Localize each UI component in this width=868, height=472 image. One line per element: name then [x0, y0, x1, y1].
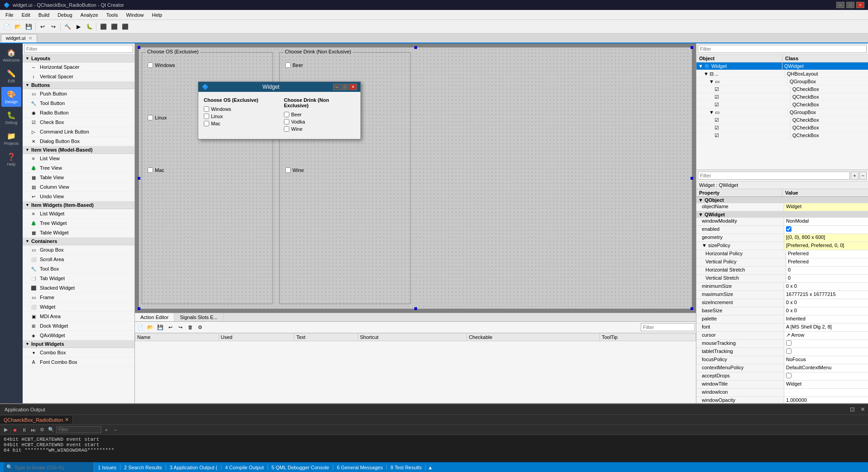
prop-value-acceptdrops[interactable]: [784, 372, 868, 380]
prop-value-vstretch[interactable]: 0: [786, 275, 868, 282]
dialog-checkbox-mac-input[interactable]: [204, 121, 209, 126]
widget-item-push-button[interactable]: ▭ Push Button: [23, 89, 134, 99]
dialog-checkbox-vodka-input[interactable]: [284, 119, 289, 124]
action-redo-btn[interactable]: ↪: [176, 323, 185, 332]
output-remove-btn[interactable]: −: [111, 426, 120, 434]
output-play-btn[interactable]: ▶: [2, 426, 10, 434]
design-canvas[interactable]: Choose OS (Exclusive) Windows Linux: [135, 43, 696, 313]
prop-group-qobject[interactable]: ▼ QObject: [696, 197, 868, 203]
action-settings-btn[interactable]: ⚙: [196, 323, 205, 332]
action-filter-input[interactable]: [641, 323, 695, 331]
action-delete-btn[interactable]: 🗑: [186, 323, 195, 332]
prop-value-palette[interactable]: Inherited: [784, 315, 868, 323]
widget-item-command-link[interactable]: ▷ Command Link Button: [23, 127, 134, 137]
menu-window[interactable]: Window: [122, 11, 147, 19]
obj-row-checkbox2[interactable]: ☑ QCheckBox: [696, 93, 868, 101]
prop-value-geometry[interactable]: [(0, 0), 800 x 600]: [784, 234, 868, 242]
status-general-messages[interactable]: 6 General Messages: [333, 465, 387, 470]
prop-value-windowopacity[interactable]: 1.000000: [784, 397, 868, 403]
section-item-views[interactable]: ▼ Item Views (Model-Based): [23, 146, 134, 154]
output-close-icon[interactable]: ✕: [858, 406, 868, 413]
checkbox-wine[interactable]: Wine: [284, 167, 406, 174]
section-input-widgets[interactable]: ▼ Input Widgets: [23, 340, 134, 348]
widget-item-scroll-area[interactable]: ⬜ Scroll Area: [23, 255, 134, 264]
obj-row-checkbox1[interactable]: ☑ QCheckBox: [696, 86, 868, 93]
status-search-input[interactable]: [14, 465, 82, 470]
toolbar-save[interactable]: 💾: [24, 22, 34, 32]
dialog-checkbox-wine[interactable]: Wine: [284, 126, 355, 132]
widget-item-mdi-area[interactable]: ▣ MDI Area: [23, 312, 134, 321]
prop-add-button[interactable]: +: [851, 172, 858, 180]
checkbox-beer-input[interactable]: [285, 62, 291, 68]
prop-value-objectname[interactable]: Widget: [784, 203, 868, 211]
dialog-checkbox-beer-input[interactable]: [284, 112, 289, 117]
action-editor-tab[interactable]: Action Editor: [135, 313, 174, 321]
obj-row-checkbox4[interactable]: ☑ QCheckBox: [696, 116, 868, 124]
output-add-btn[interactable]: +: [102, 426, 110, 434]
prop-value-sizepolicy[interactable]: [Preferred, Preferred, 0, 0]: [784, 242, 868, 250]
widget-item-stacked-widget[interactable]: ⬛ Stacked Widget: [23, 283, 134, 293]
prop-value-focuspolicy[interactable]: NoFocus: [784, 356, 868, 364]
prop-value-minimumsize[interactable]: 0 x 0: [784, 283, 868, 291]
sidebar-edit[interactable]: ✏️ Edit: [1, 66, 21, 86]
toolbar-undo[interactable]: ↩: [38, 22, 48, 32]
status-qml-debugger[interactable]: 5 QML Debugger Console: [268, 465, 333, 470]
prop-value-font[interactable]: A [MS Shell Dlg 2, 8]: [784, 324, 868, 331]
widget-item-dialog-button-box[interactable]: ✕ Dialog Button Box: [23, 137, 134, 146]
widget-item-tool-box[interactable]: 🔧 Tool Box: [23, 264, 134, 274]
section-buttons[interactable]: ▼ Buttons: [23, 81, 134, 89]
toolbar-align-left[interactable]: ⬛: [98, 22, 108, 32]
prop-value-hstretch[interactable]: 0: [786, 267, 868, 274]
toolbar-run[interactable]: ▶: [73, 22, 83, 32]
menu-edit[interactable]: Edit: [18, 11, 34, 19]
dialog-checkbox-beer[interactable]: Beer: [284, 112, 355, 117]
signals-slots-tab[interactable]: Signals Slots E...: [174, 313, 223, 321]
prop-value-windowicon[interactable]: [784, 389, 868, 396]
toolbar-build[interactable]: 🔨: [62, 22, 72, 32]
checkbox-windows[interactable]: Windows: [147, 62, 268, 69]
tab-widget-ui[interactable]: widget.ui ✕: [1, 34, 37, 43]
output-filter-btn[interactable]: 🔍: [47, 426, 55, 434]
mousetracking-checkbox[interactable]: [786, 340, 791, 346]
prop-value-sizeincrement[interactable]: 0 x 0: [784, 299, 868, 307]
output-detach-icon[interactable]: ⊡: [847, 406, 858, 413]
toolbar-debug-run[interactable]: 🐛: [84, 22, 94, 32]
widget-filter-input[interactable]: [24, 45, 133, 53]
widget-item-qax-widget[interactable]: ◈ QAxWidget: [23, 331, 134, 340]
output-sub-tab-close[interactable]: ✕: [65, 417, 69, 423]
widget-item-list-view[interactable]: ≡ List View: [23, 154, 134, 163]
output-pause-btn[interactable]: ⏸: [20, 426, 28, 434]
status-issues[interactable]: 1 Issues: [94, 465, 120, 470]
dialog-checkbox-mac[interactable]: Mac: [204, 121, 275, 126]
prop-value-basesize[interactable]: 0 x 0: [784, 307, 868, 315]
widget-item-combo-box[interactable]: ▾ Combo Box: [23, 348, 134, 358]
prop-value-maximumsize[interactable]: 16777215 x 16777215: [784, 291, 868, 299]
section-containers[interactable]: ▼ Containers: [23, 238, 134, 245]
close-button[interactable]: ✕: [856, 2, 864, 8]
sidebar-help[interactable]: ❓ Help: [1, 149, 21, 169]
dialog-maximize-button[interactable]: □: [341, 84, 349, 90]
obj-row-checkbox6[interactable]: ☑ QCheckBox: [696, 132, 868, 139]
widget-item-font-combo-box[interactable]: A Font Combo Box: [23, 358, 134, 367]
checkbox-linux-input[interactable]: [148, 115, 153, 120]
status-test-results[interactable]: 8 Test Results: [387, 465, 426, 470]
widget-item-tab-widget[interactable]: 📑 Tab Widget: [23, 274, 134, 283]
prop-value-vpolicy[interactable]: Preferred: [786, 258, 868, 266]
widget-item-radio-button[interactable]: ◉ Radio Button: [23, 108, 134, 118]
widget-item-list-widget[interactable]: ≡ List Widget: [23, 209, 134, 219]
output-sub-tab-active[interactable]: QChaeckBox_RadioButton ✕: [0, 416, 73, 424]
menu-analyze[interactable]: Analyze: [77, 11, 102, 19]
output-stop-btn[interactable]: ■: [11, 426, 19, 434]
obj-row-checkbox3[interactable]: ☑ QCheckBox: [696, 101, 868, 109]
sidebar-debug[interactable]: 🐛 Debug: [1, 108, 21, 128]
status-app-output[interactable]: 3 Application Output (: [166, 465, 221, 470]
toolbar-redo[interactable]: ↪: [48, 22, 58, 32]
checkbox-mac-input[interactable]: [148, 167, 153, 173]
prop-remove-button[interactable]: −: [859, 172, 867, 180]
prop-value-enabled[interactable]: [784, 226, 868, 234]
action-save-btn[interactable]: 💾: [156, 323, 165, 332]
enabled-checkbox[interactable]: [786, 226, 791, 232]
status-search-results[interactable]: 2 Search Results: [120, 465, 166, 470]
sizepolicy-arrow[interactable]: ▼: [702, 243, 707, 248]
tab-close-icon[interactable]: ✕: [29, 36, 32, 41]
